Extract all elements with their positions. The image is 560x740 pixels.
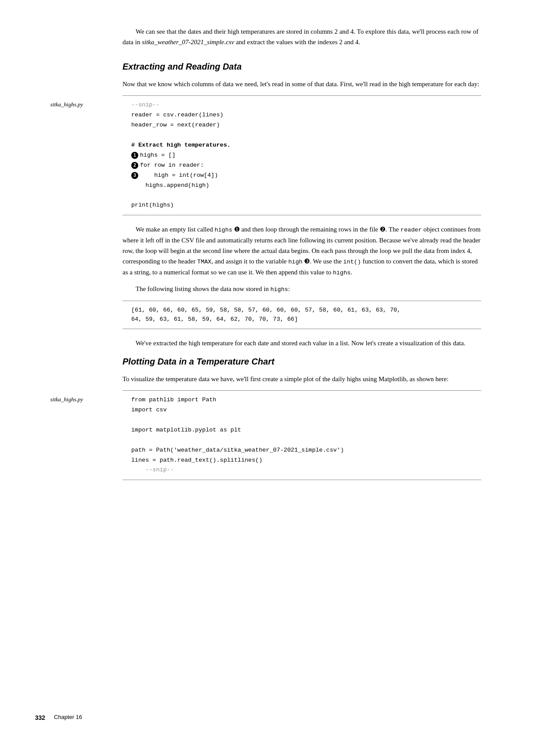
code1-snip: --snip-- bbox=[131, 100, 481, 110]
page-footer: 332 Chapter 16 bbox=[35, 713, 82, 722]
code1-for: for row in reader: bbox=[140, 161, 204, 171]
code1-bullet2-line: 2 for row in reader: bbox=[131, 161, 481, 171]
code1-comment: # Extract high temperatures. bbox=[131, 140, 481, 151]
section2-heading: Plotting Data in a Temperature Chart bbox=[122, 354, 481, 368]
code-block-2: sitka_highs.py from pathlib import Path … bbox=[122, 390, 481, 480]
code2-filename: sitka_highs.py bbox=[50, 395, 83, 404]
body1-tmax: TMAX bbox=[197, 259, 211, 265]
code-block-1: sitka_highs.py --snip-- reader = csv.rea… bbox=[122, 95, 481, 215]
code1-filename: sitka_highs.py bbox=[50, 100, 83, 109]
intro-text-2: and extract the values with the indexes … bbox=[234, 39, 360, 46]
code1-content: --snip-- reader = csv.reader(lines) head… bbox=[122, 100, 481, 210]
content-area: We can see that the dates and their high… bbox=[122, 26, 481, 480]
code2-line2: import csv bbox=[131, 405, 481, 415]
code2-path: path = Path('weather_data/sitka_weather_… bbox=[131, 445, 481, 456]
code2-line3: import matplotlib.pyplot as plt bbox=[131, 425, 481, 435]
code1-bullet3-line: 3 high = int(row[4]) bbox=[131, 171, 481, 181]
code1-line3: header_row = next(reader) bbox=[131, 120, 481, 130]
bullet-2: 2 bbox=[131, 162, 138, 169]
section1-heading: Extracting and Reading Data bbox=[122, 60, 481, 74]
body1-highs2: highs bbox=[333, 270, 351, 276]
body1-p2: The following listing shows the data now… bbox=[122, 284, 481, 295]
output-line1: [61, 60, 66, 60, 65, 59, 58, 58, 57, 60,… bbox=[131, 307, 401, 313]
body1-highs1: highs bbox=[214, 227, 232, 233]
bullet-3: 3 bbox=[131, 172, 138, 179]
code1-print: print(highs) bbox=[131, 200, 481, 210]
code2-blank1 bbox=[131, 415, 481, 425]
code2-line1: from pathlib import Path bbox=[131, 395, 481, 405]
page: We can see that the dates and their high… bbox=[0, 0, 560, 740]
code2-content: from pathlib import Path import csv impo… bbox=[122, 395, 481, 476]
output-block-1: [61, 60, 66, 60, 65, 59, 58, 58, 57, 60,… bbox=[122, 301, 481, 329]
code1-high: high = int(row[4]) bbox=[140, 171, 218, 181]
body2-p1: We've extracted the high temperature for… bbox=[122, 338, 481, 348]
intro-paragraph: We can see that the dates and their high… bbox=[122, 26, 481, 47]
chapter-label: Chapter 16 bbox=[54, 713, 82, 722]
section1-intro: Now that we know which columns of data w… bbox=[122, 79, 481, 89]
body1-p1: We make an empty list called highs ❶ and… bbox=[122, 224, 481, 277]
output-line2: 64, 59, 63, 61, 58, 59, 64, 62, 70, 70, … bbox=[131, 316, 298, 323]
section2-intro: To visualize the temperature data we hav… bbox=[122, 374, 481, 384]
code2-lines: lines = path.read_text().splitlines() bbox=[131, 456, 481, 466]
bullet-1: 1 bbox=[131, 152, 138, 159]
code1-blank2 bbox=[131, 190, 481, 200]
page-number: 332 bbox=[35, 713, 45, 722]
code2-snip: --snip-- bbox=[131, 465, 481, 475]
code2-blank2 bbox=[131, 435, 481, 445]
code1-append: highs.append(high) bbox=[131, 181, 481, 191]
code1-line2: reader = csv.reader(lines) bbox=[131, 110, 481, 120]
body1-highs3: highs bbox=[270, 286, 288, 293]
code1-blank1 bbox=[131, 130, 481, 140]
body1-reader: reader bbox=[400, 227, 422, 233]
intro-filename: sitka_weather_07-2021_simple.csv bbox=[142, 39, 234, 46]
body1-int: int() bbox=[343, 259, 361, 265]
code1-highs: highs = [] bbox=[140, 151, 175, 161]
body1-high: high bbox=[288, 259, 302, 265]
code1-bullet1-line: 1 highs = [] bbox=[131, 151, 481, 161]
